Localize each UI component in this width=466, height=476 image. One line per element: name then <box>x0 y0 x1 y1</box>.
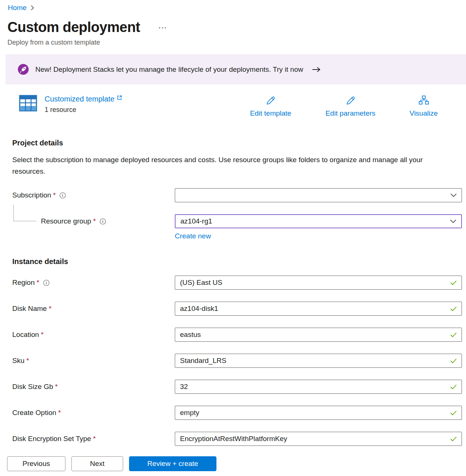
disk-size-value: 32 <box>180 383 450 391</box>
instance-details-heading: Instance details <box>12 257 466 266</box>
banner-text: New! Deployment Stacks let you manage th… <box>35 65 303 74</box>
required-marker: * <box>26 357 29 365</box>
next-button[interactable]: Next <box>71 456 123 471</box>
region-label-col: Region * <box>12 279 175 287</box>
region-row: Region * (US) East US <box>12 276 462 290</box>
required-marker: * <box>49 305 51 313</box>
disk-name-label: Disk Name <box>12 305 47 313</box>
resource-group-value: az104-rg1 <box>180 217 450 225</box>
create-option-input[interactable]: empty <box>175 406 462 420</box>
info-icon[interactable] <box>60 192 66 199</box>
disk-size-label-col: Disk Size Gb * <box>12 383 175 391</box>
subscription-row: Subscription * <box>12 188 462 202</box>
project-details-form: Subscription * Resour <box>12 188 462 240</box>
template-actions: Edit template Edit parameters Visualize <box>250 95 438 118</box>
location-value: eastus <box>180 331 450 339</box>
footer-bar: Previous Next Review + create <box>0 451 466 476</box>
disk-encryption-set-type-row: Disk Encryption Set Type * EncryptionAtR… <box>12 432 462 446</box>
resource-group-label: Resource group <box>41 217 91 225</box>
project-details-heading: Project details <box>12 139 466 147</box>
review-create-button[interactable]: Review + create <box>129 456 216 471</box>
customized-template-link[interactable]: Customized template <box>45 95 122 103</box>
location-input[interactable]: eastus <box>175 328 462 342</box>
breadcrumb-chevron-icon <box>30 5 34 11</box>
org-chart-icon <box>418 95 430 106</box>
visualize-button[interactable]: Visualize <box>409 95 438 118</box>
resource-group-dropdown[interactable]: az104-rg1 <box>175 214 462 228</box>
disk-encryption-set-type-label: Disk Encryption Set Type <box>12 435 91 443</box>
breadcrumb-home-link[interactable]: Home <box>8 4 27 12</box>
rocket-icon <box>18 64 29 75</box>
visualize-label: Visualize <box>409 109 438 118</box>
info-icon[interactable] <box>43 280 49 286</box>
create-new-link[interactable]: Create new <box>175 232 211 240</box>
disk-size-row: Disk Size Gb * 32 <box>12 380 462 394</box>
create-option-label: Create Option <box>12 409 56 417</box>
valid-check-icon <box>450 280 457 285</box>
location-row: Location * eastus <box>12 328 462 342</box>
external-link-icon <box>117 95 122 100</box>
required-marker: * <box>93 435 96 443</box>
subscription-dropdown[interactable] <box>175 188 462 202</box>
arrow-right-icon <box>312 67 321 73</box>
subscription-label: Subscription <box>12 191 51 199</box>
valid-check-icon <box>450 437 457 441</box>
region-value: (US) East US <box>180 279 450 287</box>
location-label: Location <box>12 331 39 339</box>
required-marker: * <box>93 217 96 225</box>
required-marker: * <box>58 409 61 417</box>
page-title: Custom deployment <box>7 19 140 35</box>
disk-size-label: Disk Size Gb <box>12 383 53 391</box>
template-icon <box>19 95 37 113</box>
region-input[interactable]: (US) East US <box>175 276 462 290</box>
template-section: Customized template 1 resource Edit temp… <box>19 94 466 122</box>
breadcrumb: Home <box>0 0 466 12</box>
create-option-row: Create Option * empty <box>12 406 462 420</box>
sku-input[interactable]: Standard_LRS <box>175 354 462 368</box>
location-label-col: Location * <box>12 331 175 339</box>
title-row: Custom deployment … <box>0 19 466 35</box>
disk-size-input[interactable]: 32 <box>175 380 462 394</box>
sku-label-col: Sku * <box>12 357 175 365</box>
sku-value: Standard_LRS <box>180 357 450 365</box>
template-name: Customized template <box>45 95 115 103</box>
sku-label: Sku <box>12 357 25 365</box>
chevron-down-icon <box>450 193 457 197</box>
pencil-icon <box>345 95 356 106</box>
edit-parameters-button[interactable]: Edit parameters <box>325 95 375 118</box>
disk-name-input[interactable]: az104-disk1 <box>175 302 462 316</box>
sku-row: Sku * Standard_LRS <box>12 354 462 368</box>
required-marker: * <box>55 383 58 391</box>
valid-check-icon <box>450 332 457 337</box>
edit-template-label: Edit template <box>250 109 291 118</box>
required-marker: * <box>36 279 39 287</box>
valid-check-icon <box>450 411 457 415</box>
pencil-icon <box>265 95 276 106</box>
valid-check-icon <box>450 306 457 311</box>
required-marker: * <box>53 191 56 199</box>
valid-check-icon <box>450 385 457 389</box>
custom-deployment-page: Home Custom deployment … Deploy from a c… <box>0 0 466 476</box>
subscription-label-col: Subscription * <box>12 191 175 199</box>
edit-template-button[interactable]: Edit template <box>250 95 291 118</box>
required-marker: * <box>41 331 44 339</box>
disk-name-value: az104-disk1 <box>180 305 450 313</box>
create-option-value: empty <box>180 409 450 417</box>
info-icon[interactable] <box>100 218 106 225</box>
disk-encryption-label-col: Disk Encryption Set Type * <box>12 435 175 443</box>
region-label: Region <box>12 279 35 287</box>
disk-encryption-set-type-value: EncryptionAtRestWithPlatformKey <box>180 435 450 443</box>
resource-group-row: Resource group * az104-rg1 <box>12 214 462 228</box>
chevron-down-icon <box>450 219 456 223</box>
create-option-label-col: Create Option * <box>12 409 175 417</box>
disk-encryption-set-type-input[interactable]: EncryptionAtRestWithPlatformKey <box>175 432 462 446</box>
project-details-description: Select the subscription to manage deploy… <box>12 154 451 177</box>
previous-button[interactable]: Previous <box>7 456 65 471</box>
resource-group-label-col: Resource group * <box>12 217 175 225</box>
instance-details-form: Region * (US) East US Disk Na <box>12 276 462 446</box>
tree-connector <box>13 205 36 221</box>
more-options-button[interactable]: … <box>158 21 168 30</box>
deployment-stacks-banner[interactable]: New! Deployment Stacks let you manage th… <box>6 54 466 84</box>
page-subtitle: Deploy from a custom template <box>0 39 466 46</box>
disk-name-row: Disk Name * az104-disk1 <box>12 302 462 316</box>
